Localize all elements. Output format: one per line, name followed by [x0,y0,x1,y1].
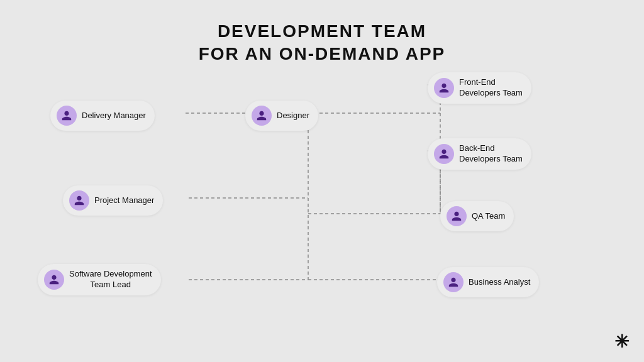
title-line1: DEVELOPMENT TEAM [0,20,644,43]
front-end-icon [434,78,454,98]
asterisk-decoration: ✳ [614,331,629,352]
sw-lead-node: Software DevelopmentTeam Lead [38,264,161,295]
back-end-icon [434,144,454,164]
project-manager-label: Project Manager [94,195,154,206]
delivery-manager-label: Delivery Manager [82,111,146,121]
sw-lead-label: Software DevelopmentTeam Lead [69,269,152,290]
business-analyst-node: Business Analyst [437,267,539,297]
designer-node: Designer [245,101,318,131]
project-manager-icon [69,190,89,211]
sw-lead-icon [44,270,64,290]
business-analyst-label: Business Analyst [469,277,530,288]
front-end-label: Front-EndDevelopers Team [459,77,523,99]
diagram-area: .dashed { stroke: #888; stroke-width: 1.… [0,69,644,362]
page-title: DEVELOPMENT TEAM FOR AN ON-DEMAND APP [0,0,644,66]
qa-team-icon [447,206,467,226]
front-end-node: Front-EndDevelopers Team [428,72,531,104]
delivery-manager-icon [57,106,77,126]
title-line2: FOR AN ON-DEMAND APP [0,43,644,65]
business-analyst-icon [443,272,464,292]
qa-team-label: QA Team [472,211,505,222]
project-manager-node: Project Manager [63,185,163,216]
designer-icon [252,106,272,126]
back-end-label: Back-EndDevelopers Team [459,143,523,165]
qa-team-node: QA Team [440,201,514,231]
delivery-manager-node: Delivery Manager [50,101,155,131]
designer-label: Designer [277,111,309,121]
back-end-node: Back-EndDevelopers Team [428,138,531,170]
